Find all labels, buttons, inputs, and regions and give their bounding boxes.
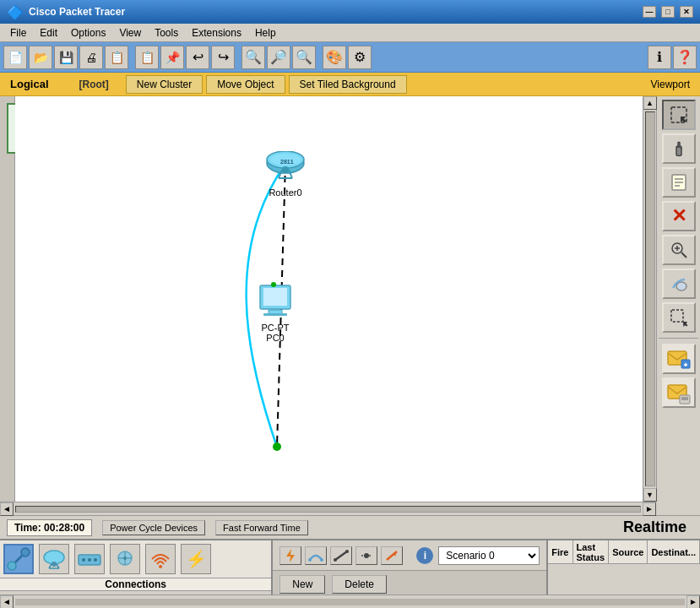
device-category-label: Connections	[0, 578, 271, 591]
menu-help[interactable]: Help	[248, 25, 283, 41]
hubs-category[interactable]	[110, 544, 140, 574]
svg-point-56	[159, 565, 162, 568]
select-area-tool-button[interactable]	[662, 302, 696, 333]
scroll-down-button[interactable]: ▼	[643, 488, 657, 502]
draw-tool-button[interactable]	[662, 269, 696, 299]
menu-view[interactable]: View	[112, 25, 148, 41]
root-label: [Root]	[62, 79, 126, 90]
menu-file[interactable]: File	[3, 25, 33, 41]
help-info-button[interactable]: ℹ	[648, 46, 671, 69]
pdu-dot-btn[interactable]	[355, 546, 377, 565]
fire-scroll-left[interactable]: ◄	[0, 595, 14, 609]
svg-point-71	[308, 558, 312, 562]
horizontal-scrollbar[interactable]: ◄ ►	[0, 502, 656, 515]
scroll-left-button[interactable]: ◄	[0, 502, 14, 516]
fire-scroll-track	[15, 599, 685, 605]
zoom-out-button[interactable]: 🔍	[292, 46, 316, 69]
color-button[interactable]: 🎨	[323, 46, 346, 69]
power-cycle-button[interactable]: Power Cycle Devices	[102, 520, 205, 535]
rt-separator	[659, 338, 698, 339]
paste-button[interactable]: 📌	[160, 46, 184, 69]
svg-rect-31	[671, 310, 683, 322]
select-tool-button[interactable]	[662, 100, 696, 130]
new-pdu-button[interactable]: New	[279, 575, 325, 594]
new-button[interactable]: 📄	[3, 46, 27, 69]
viewport-label: Viewport	[651, 79, 693, 90]
fire-scrollbar[interactable]: ◄ ►	[0, 594, 700, 608]
delete-pdu-button[interactable]: Delete	[332, 575, 387, 594]
help-button[interactable]: ❓	[673, 46, 697, 69]
last-status-column-header: Last Status	[573, 540, 610, 563]
fire-status-panel: Fire Last Status Source Destinat... ◄ ►	[546, 540, 700, 608]
main-area: 2811 2811 Router0 PC-PT PC0	[0, 96, 700, 502]
svg-point-44	[52, 562, 57, 567]
svg-point-76	[364, 553, 369, 558]
toolbar: 📄 📂 💾 🖨 📋 📋 📌 ↩ ↪ 🔍 🔎 🔍 🎨 ⚙ ℹ ❓	[0, 42, 700, 73]
router-label2: Router0	[269, 187, 301, 198]
delete-tool-button[interactable]: ✕	[662, 201, 696, 231]
svg-line-42	[15, 556, 22, 562]
hand-tool-button[interactable]	[662, 133, 696, 164]
wireless-category[interactable]	[145, 544, 176, 574]
copy-button[interactable]: 📋	[135, 46, 159, 69]
move-object-button[interactable]: Move Object	[206, 75, 285, 94]
svg-point-41	[21, 548, 30, 556]
custom-button[interactable]: ⚙	[348, 46, 372, 69]
menu-edit[interactable]: Edit	[33, 25, 64, 41]
svg-point-75	[345, 550, 349, 553]
redo-button[interactable]: ↪	[211, 46, 235, 69]
open-button[interactable]: 📂	[29, 46, 52, 69]
h-scroll-track	[15, 506, 641, 513]
scroll-up-button[interactable]: ▲	[643, 96, 657, 110]
zoom-custom-button[interactable]: 🔎	[267, 46, 290, 69]
print-button[interactable]: 🖨	[79, 46, 103, 69]
add-complex-pdu-button[interactable]	[662, 377, 696, 408]
vertical-scrollbar[interactable]: ▲ ▼	[643, 96, 656, 502]
menu-options[interactable]: Options	[64, 25, 112, 41]
pdu-arrow-btn[interactable]	[381, 546, 403, 565]
zoom-tool-button[interactable]	[662, 235, 696, 265]
zoom-in-button[interactable]: 🔍	[241, 46, 265, 69]
svg-marker-70	[286, 549, 295, 562]
minimize-button[interactable]: —	[643, 6, 656, 18]
svg-line-27	[681, 252, 686, 258]
router-device[interactable]: 2811 2811 Router0	[265, 147, 306, 198]
left-panel	[0, 96, 15, 502]
fire-header: Fire Last Status Source Destinat...	[548, 540, 700, 564]
fire-scroll-right[interactable]: ►	[686, 595, 700, 609]
switches-category[interactable]	[74, 544, 105, 574]
source-column-header: Source	[609, 540, 648, 563]
security-category[interactable]: ⚡	[181, 544, 211, 574]
close-button[interactable]: ✕	[680, 6, 693, 18]
menu-tools[interactable]: Tools	[148, 25, 185, 41]
app-icon: 🔷	[7, 4, 24, 20]
pc-device[interactable]: PC-PT PC0	[255, 282, 296, 343]
pdu-lightning-btn[interactable]	[279, 546, 301, 565]
menu-extensions[interactable]: Extensions	[185, 25, 248, 41]
maximize-button[interactable]: □	[661, 6, 675, 18]
scenario-select[interactable]: Scenario 0	[438, 546, 540, 565]
canvas-area[interactable]: 2811 2811 Router0 PC-PT PC0	[15, 96, 656, 502]
scroll-right-button[interactable]: ►	[643, 502, 656, 516]
set-tiled-bg-button[interactable]: Set Tiled Background	[289, 75, 407, 94]
preferences-button[interactable]: 📋	[105, 46, 128, 69]
app-title: Cisco Packet Tracer	[29, 6, 125, 18]
new-cluster-button[interactable]: New Cluster	[126, 75, 203, 94]
save-button[interactable]: 💾	[54, 46, 78, 69]
svg-point-30	[676, 282, 686, 290]
routers-category[interactable]	[39, 544, 69, 574]
pdu-curve-btn[interactable]	[305, 546, 327, 565]
add-simple-pdu-button[interactable]	[662, 344, 696, 374]
svg-point-51	[94, 558, 97, 562]
fire-column-header: Fire	[548, 540, 572, 563]
connections-icon[interactable]	[3, 544, 34, 574]
device-icons-top: ⚡	[0, 540, 271, 578]
fast-forward-button[interactable]: Fast Forward Time	[215, 520, 308, 535]
logical-label: Logical	[7, 78, 62, 90]
logical-bar: Logical [Root] New Cluster Move Object S…	[0, 73, 700, 96]
pdu-straight-btn[interactable]	[330, 546, 352, 565]
connections-svg	[15, 96, 656, 502]
note-tool-button[interactable]	[662, 167, 696, 198]
undo-button[interactable]: ↩	[186, 46, 209, 69]
realtime-label: Realtime	[623, 518, 693, 536]
